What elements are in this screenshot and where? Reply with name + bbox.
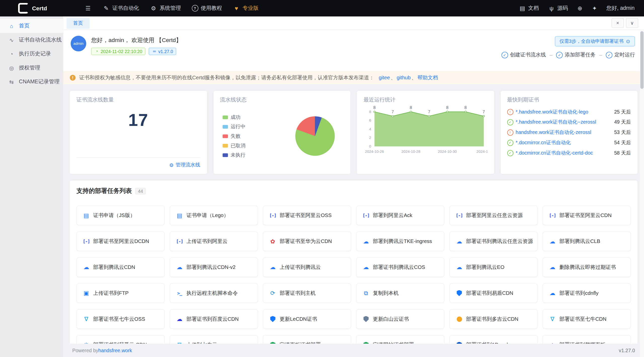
aliyun-icon: [-] (549, 213, 556, 218)
deploy-task-card[interactable]: [-]部署到阿里云Ack (356, 205, 445, 225)
deploy-tasks-header: 支持的部署任务列表 44 (76, 187, 631, 195)
docs-link[interactable]: ▤ 文档 (515, 5, 542, 12)
deploy-task-card[interactable]: 部署证书到易盾CDN (449, 283, 538, 303)
brand[interactable]: Certd (0, 3, 81, 13)
cert-name-link[interactable]: *.handsfree.work证书自动化-lego (516, 109, 612, 116)
close-tab-button[interactable]: × (612, 18, 624, 28)
notice-link-帮助文档[interactable]: 帮助文档 (417, 75, 438, 80)
legend-item[interactable]: 已取消 (222, 142, 245, 149)
deploy-task-card[interactable]: ☁部署证书到百度云CDN (170, 309, 258, 329)
deploy-task-card[interactable]: ▤证书申请（JS版） (76, 205, 165, 225)
language-icon[interactable]: ⊕ (573, 5, 586, 12)
deploy-task-card[interactable]: ☁上传证书到腾讯云 (263, 257, 351, 277)
deploy-task-card[interactable]: ∇上传到七牛云 (170, 335, 258, 344)
deploy-task-card[interactable]: ☁部署证书到腾讯云任意云资源 (449, 231, 538, 251)
docs-link-label: 文档 (528, 5, 539, 12)
deploy-task-card[interactable]: ◈部署证书到群晖面板 (543, 335, 631, 344)
deploy-task-card[interactable]: ▣上传证书到FTP (76, 283, 165, 303)
gear-icon: ⚙ (169, 163, 174, 168)
deploy-task-card[interactable]: 部署证书到1Panel (449, 335, 538, 344)
quick-guide-button[interactable]: 仅需3步，全自动申请部署证书 ⊙ (555, 36, 635, 47)
deploy-task-card[interactable]: >_执行远程主机脚本命令 (170, 283, 258, 303)
deploy-task-card[interactable]: ❊部署证书到我爱云 CDN (76, 335, 165, 344)
source-link[interactable]: ψ 源码 (544, 5, 572, 12)
expiring-cert-row: ✓*.docmirror.cn证书自动化-certd-doc58 天后 (507, 148, 631, 158)
legend-item[interactable]: 运行中 (222, 123, 245, 130)
deploy-task-card[interactable]: ☁部署到腾讯云CDN-v2 (170, 257, 258, 277)
deploy-task-card[interactable]: [-]部署至阿里云任意云资源 (449, 205, 538, 225)
deploy-task-card[interactable]: ✿部署证书至华为云CDN (263, 231, 351, 251)
user-menu[interactable]: 您好, admin (603, 5, 638, 12)
sidebar-item-home[interactable]: ⌂首页 (0, 19, 63, 33)
deploy-task-card[interactable]: 更新LeCDN证书 (263, 309, 351, 329)
notice-link-github[interactable]: github (397, 75, 411, 80)
deploy-task-card[interactable]: [-]上传证书到阿里云 (170, 231, 258, 251)
panel1-icon (456, 342, 463, 344)
deploy-task-card[interactable]: 部署证书到多吉云CDN (449, 309, 538, 329)
qiniu-icon: ∇ (549, 316, 556, 322)
deploy-task-card[interactable]: 宝塔面板证书部署 (263, 335, 351, 344)
sidebar-item-cname[interactable]: ⇆CNAME记录管理 (0, 75, 63, 89)
gear-icon: ⚙ (150, 5, 157, 11)
legend-label: 失败 (231, 133, 240, 140)
notice-link-separator: 、 (412, 75, 417, 80)
tab-menu-button[interactable]: ∨ (626, 18, 638, 28)
handsfree-link[interactable]: handsfree.work (98, 347, 132, 353)
deploy-task-card[interactable]: [-]部署证书至阿里云CDN (543, 205, 631, 225)
legend-label: 运行中 (231, 123, 246, 130)
deploy-task-label: 宝塔网站证书部署 (373, 341, 414, 344)
deploy-task-card[interactable]: ☁部署到腾讯云EO (449, 257, 538, 277)
deploy-task-label: 部署证书至阿里云OSS (280, 212, 332, 219)
deploy-task-card[interactable]: [-]部署证书至阿里云OSS (263, 205, 351, 225)
deploy-task-card[interactable]: ☁部署证书到腾讯云COS (356, 257, 445, 277)
legend-item[interactable]: 未执行 (222, 152, 245, 159)
deploy-task-card[interactable]: ∇部署证书至七牛云OSS (76, 309, 165, 329)
expiring-cert-row: ✓*.docmirror.cn证书自动化54 天后 (507, 138, 631, 148)
deploy-task-card[interactable]: ∇部署证书至七牛CDN (543, 309, 631, 329)
deploy-task-card[interactable]: 宝塔网站证书部署 (356, 335, 445, 344)
tab-home[interactable]: 首页 (66, 17, 89, 28)
deploy-tasks-panel: 支持的部署任务列表 44 ▤证书申请（JS版）▤证书申请（Lego）[-]部署证… (70, 181, 637, 344)
scrollbar-thumb[interactable] (640, 31, 643, 89)
check-circle-icon: ✓ (556, 52, 563, 58)
legend-item[interactable]: 失败 (222, 133, 245, 140)
ftp-icon: ▣ (83, 290, 90, 296)
integrations-icon[interactable]: ✦ (588, 5, 601, 12)
cert-name-link[interactable]: handsfree.work证书自动化-zerossl (516, 129, 612, 136)
deploy-task-card[interactable]: ⧉复制到本机 (356, 283, 445, 303)
nav-item-help[interactable]: ?使用教程 (186, 0, 227, 16)
svg-text:4: 4 (369, 127, 371, 131)
cert-name-link[interactable]: *.handsfree.work证书自动化--zerossl (516, 119, 612, 126)
sidebar-item-auth[interactable]: ◎授权管理 (0, 61, 63, 75)
deploy-task-label: 部署证书至七牛CDN (559, 315, 607, 323)
svg-text:8: 8 (373, 105, 376, 110)
scrollbar[interactable] (640, 30, 644, 357)
sidebar-collapse-icon[interactable]: ☰ (81, 5, 95, 12)
pie-legend: 成功运行中失败已取消未执行 (222, 114, 245, 158)
deploy-task-card[interactable]: ▤证书申请（Lego） (170, 205, 258, 225)
qiniu-icon: ∇ (83, 316, 90, 322)
nav-item-vip[interactable]: ♥专业版 (227, 0, 264, 16)
deploy-task-card[interactable]: ☁部署到腾讯云CLB (543, 231, 631, 251)
deploy-task-card[interactable]: ☁部署到腾讯云TKE-ingress (356, 231, 445, 251)
nav-item-gear[interactable]: ⚙系统管理 (144, 0, 186, 16)
sidebar-item-history[interactable]: ◔执行历史记录 (0, 47, 63, 61)
nav-item-wand[interactable]: ✎证书自动化 (97, 0, 144, 16)
pipeline-status-body: 成功运行中失败已取消未执行 (220, 103, 344, 168)
legend-swatch (222, 115, 228, 119)
deploy-task-card[interactable]: 更新白山云证书 (356, 309, 445, 329)
sidebar-item-pipeline[interactable]: ∿证书自动化流水线 (0, 33, 63, 47)
pipeline-icon: ∿ (8, 37, 15, 43)
notice-link-gitee[interactable]: gitee (379, 75, 390, 80)
host-icon: ⟳ (269, 290, 276, 296)
deploy-task-card[interactable]: ☁部署到腾讯云CDN (76, 257, 165, 277)
cert-name-link[interactable]: *.docmirror.cn证书自动化 (516, 139, 612, 146)
legend-swatch (222, 144, 228, 148)
cert-name-link[interactable]: *.docmirror.cn证书自动化-certd-doc (516, 150, 612, 157)
deploy-task-card[interactable]: ☁删除腾讯云即将过期证书 (543, 257, 631, 277)
deploy-task-card[interactable]: ☁部署证书到cdnfly (543, 283, 631, 303)
deploy-task-card[interactable]: [-]部署证书至阿里云DCDN (76, 231, 165, 251)
manage-pipelines-link[interactable]: ⚙ 管理流水线 (169, 162, 200, 169)
legend-item[interactable]: 成功 (222, 114, 245, 121)
deploy-task-card[interactable]: ⟳部署证书到主机 (263, 283, 351, 303)
